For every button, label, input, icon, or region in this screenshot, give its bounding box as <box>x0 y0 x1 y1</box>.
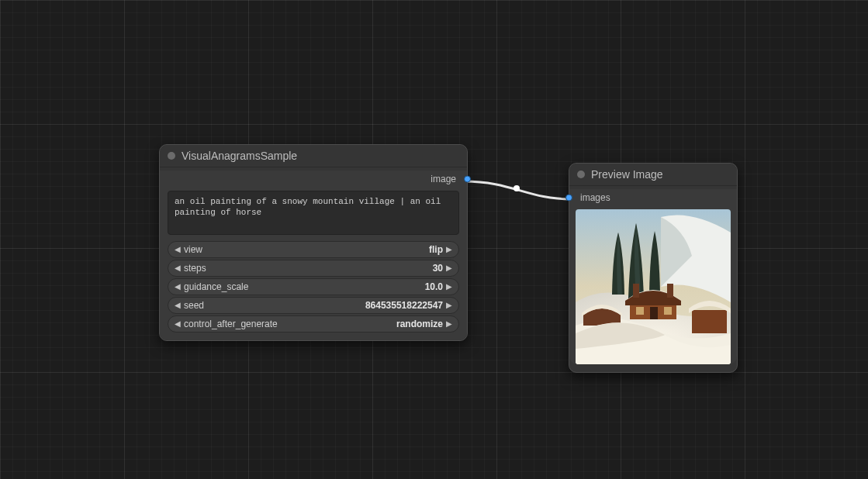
widget-steps[interactable]: ◀ steps 30 ▶ <box>168 260 459 277</box>
node-visual-anagrams-sample[interactable]: VisualAnagramsSample image an oil painti… <box>159 144 468 341</box>
svg-rect-5 <box>667 284 673 298</box>
prompt-textarea[interactable]: an oil painting of a snowy mountain vill… <box>168 191 459 235</box>
arrow-right-icon[interactable]: ▶ <box>444 301 454 309</box>
input-slot-label: images <box>580 192 610 203</box>
widget-view[interactable]: ◀ view flip ▶ <box>168 241 459 258</box>
widget-guidance-scale-value: 10.0 <box>425 281 443 292</box>
arrow-right-icon[interactable]: ▶ <box>444 264 454 272</box>
widget-seed[interactable]: ◀ seed 864535518222547 ▶ <box>168 297 459 314</box>
output-port-dot[interactable] <box>464 176 471 183</box>
output-slot-label: image <box>431 174 456 184</box>
output-slot-image[interactable]: image <box>160 171 467 188</box>
widget-guidance-scale[interactable]: ◀ guidance_scale 10.0 ▶ <box>168 278 459 295</box>
node-title-bar[interactable]: VisualAnagramsSample <box>160 145 467 167</box>
node-title-text: Preview Image <box>591 168 663 181</box>
arrow-left-icon[interactable]: ◀ <box>173 245 182 253</box>
widget-control-after-generate[interactable]: ◀ control_after_generate randomize ▶ <box>168 315 459 333</box>
svg-rect-2 <box>636 307 644 315</box>
arrow-left-icon[interactable]: ◀ <box>173 282 182 291</box>
arrow-right-icon[interactable]: ▶ <box>444 319 454 328</box>
widget-seed-label: seed <box>184 300 204 311</box>
widget-steps-label: steps <box>184 263 206 274</box>
svg-rect-1 <box>650 307 658 319</box>
svg-rect-4 <box>633 284 639 298</box>
arrow-right-icon[interactable]: ▶ <box>444 282 454 291</box>
arrow-left-icon[interactable]: ◀ <box>173 301 182 309</box>
widget-view-value: flip <box>429 244 443 255</box>
widget-guidance-scale-label: guidance_scale <box>184 281 248 292</box>
widget-control-after-generate-label: control_after_generate <box>184 319 278 329</box>
widget-seed-value: 864535518222547 <box>365 300 443 311</box>
widget-steps-value: 30 <box>433 263 443 274</box>
node-preview-image[interactable]: Preview Image images <box>569 163 738 373</box>
svg-rect-3 <box>664 307 672 315</box>
preview-image-output[interactable] <box>576 209 731 364</box>
input-port-dot[interactable] <box>565 195 572 202</box>
widget-view-label: view <box>184 244 202 255</box>
collapse-toggle-dot[interactable] <box>168 152 175 160</box>
arrow-left-icon[interactable]: ◀ <box>173 264 182 272</box>
node-title-bar[interactable]: Preview Image <box>569 164 737 186</box>
collapse-toggle-dot[interactable] <box>577 171 585 178</box>
input-slot-images[interactable]: images <box>569 189 737 206</box>
arrow-left-icon[interactable]: ◀ <box>173 319 182 328</box>
widget-control-after-generate-value: randomize <box>396 319 443 329</box>
node-title-text: VisualAnagramsSample <box>182 150 297 162</box>
arrow-right-icon[interactable]: ▶ <box>444 245 454 253</box>
